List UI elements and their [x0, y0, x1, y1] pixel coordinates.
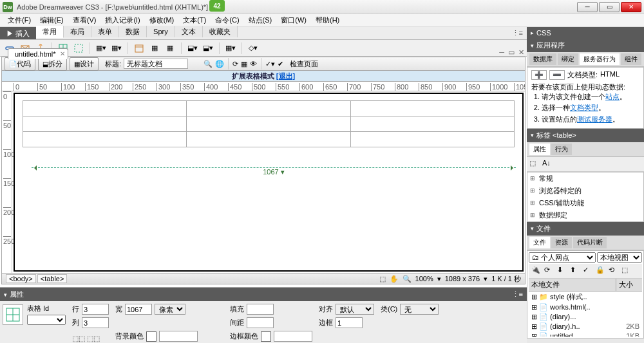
table-cell[interactable] [350, 132, 514, 147]
templates-icon[interactable]: ▦▾ [225, 42, 236, 54]
table-cell[interactable] [187, 132, 350, 147]
step-link[interactable]: 站点 [605, 93, 620, 100]
bgcolor-swatch[interactable] [146, 331, 156, 342]
design-canvas[interactable]: 050100150200250 1067 ▾ [1, 91, 526, 273]
table-width-indicator[interactable]: 1067 ▾ [32, 167, 516, 176]
user-table[interactable] [23, 100, 515, 147]
app-subtab[interactable]: 数据库 [529, 53, 556, 65]
menu-item[interactable]: 修改(M) [146, 14, 178, 26]
view-options-icon[interactable]: ▦ [241, 60, 247, 68]
menu-item[interactable]: 查看(V) [69, 14, 100, 26]
no-browser-icon[interactable]: 🔍 [204, 60, 213, 68]
file-tree[interactable]: ⊞ 📁 style (样式..⊞ 📄 works.html(..⊞ 📄 (dia… [529, 292, 642, 337]
step-link[interactable]: 测试服务器 [577, 115, 612, 123]
close-button[interactable]: ✕ [621, 2, 641, 12]
app-subtab[interactable]: 服务器行为 [580, 53, 620, 65]
media-icon[interactable]: ▦▾ [111, 42, 122, 54]
maximize-button[interactable]: ▭ [599, 2, 620, 12]
insert-tab[interactable]: Spry [147, 26, 175, 37]
div-icon[interactable] [73, 42, 84, 54]
file-col-size[interactable]: 大小 [616, 279, 642, 291]
table-id-select[interactable] [27, 315, 66, 325]
cellpad-input[interactable] [247, 304, 274, 315]
exit-expanded-link[interactable]: [退出] [276, 72, 295, 80]
hand-tool-icon[interactable]: ✋ [390, 275, 399, 283]
refresh-files-icon[interactable]: ⟳ [544, 266, 554, 276]
step-link[interactable]: 文档类型 [570, 104, 598, 111]
app-subtab[interactable]: 绑定 [558, 53, 578, 65]
menu-item[interactable]: 文本(T) [179, 14, 210, 26]
menu-item[interactable]: 帮助(H) [312, 14, 343, 26]
bordercolor-swatch[interactable] [261, 331, 271, 342]
edit-area[interactable]: 1067 ▾ [14, 93, 524, 272]
site-select[interactable]: 🗂 个人网点 [529, 252, 596, 263]
validate-icon[interactable]: ✓▾ [265, 60, 275, 68]
class-select[interactable]: 无 [400, 304, 439, 315]
document-tab[interactable]: untitled.html*✕ [8, 48, 68, 59]
checkin-icon[interactable]: 🔒 [596, 266, 606, 276]
check-page-label[interactable]: 检查页面 [290, 59, 318, 69]
close-tab-icon[interactable]: ✕ [60, 50, 65, 57]
menu-item[interactable]: 窗口(W) [277, 14, 310, 26]
bgcolor-input[interactable] [159, 331, 198, 342]
attr-group[interactable]: ⊞浏览器特定的 [527, 185, 643, 197]
get-icon[interactable]: ⬇ [557, 266, 567, 276]
expand-icon[interactable]: ⬚ [621, 266, 632, 276]
file-row[interactable]: ⊞ 📄 (diary).h..2KB [529, 322, 642, 331]
insert-tab[interactable]: 收藏夹 [203, 26, 238, 37]
app-panel-header[interactable]: 应用程序 [527, 39, 644, 52]
attr-group[interactable]: ⊞常规 [527, 172, 643, 185]
comment-icon[interactable]: ▦ [164, 42, 176, 54]
insert-tab[interactable]: 表单 [91, 26, 119, 37]
script-icon[interactable]: ⬓▾ [202, 42, 214, 54]
image-icon[interactable]: ▦▾ [95, 42, 107, 54]
tag-panel-header[interactable]: 标签 <table> [527, 129, 644, 142]
doc-options-icon[interactable]: ▭ [508, 48, 515, 57]
menu-item[interactable]: 站点(S) [245, 14, 276, 26]
design-view-button[interactable]: ▦设计 [70, 57, 99, 71]
file-row[interactable]: ⊞ 📁 style (样式.. [529, 292, 642, 302]
table-cell[interactable] [23, 101, 187, 116]
files-subtab[interactable]: 文件 [529, 237, 550, 248]
tag-selector[interactable]: <body><table> [6, 275, 68, 283]
properties-header[interactable]: 属性⋮≡ [0, 288, 527, 301]
globe-icon[interactable]: 🌐 [215, 60, 224, 68]
cellspace-input[interactable] [247, 317, 274, 328]
align-icons[interactable]: ⬚⬚ ⬚⬚ [72, 335, 100, 343]
sync-icon[interactable]: ⟲ [609, 266, 619, 276]
table-cell[interactable] [187, 101, 350, 116]
insert-tab[interactable]: 文本 [175, 26, 203, 37]
window-size[interactable]: 1089 x 376 [445, 275, 480, 283]
zoom-tool-icon[interactable]: 🔍 [402, 275, 412, 283]
bordercolor-input[interactable] [274, 331, 312, 342]
cols-input[interactable] [82, 317, 109, 328]
file-row[interactable]: ⊞ 📄 works.html(.. [529, 302, 642, 312]
visual-aids-icon[interactable]: 👁 [250, 60, 257, 68]
tag-subtab[interactable]: 属性 [529, 144, 550, 155]
width-input[interactable] [125, 304, 152, 315]
border-input[interactable] [336, 317, 363, 328]
server-include-icon[interactable]: ▦ [149, 42, 160, 54]
app-subtab[interactable]: 组件 [621, 53, 641, 65]
sort-az-icon[interactable]: A↓ [542, 159, 553, 169]
file-row[interactable]: ⊞ 📄 untitled...1KB [529, 331, 642, 337]
file-row[interactable]: ⊞ 📄 (diary)... [529, 312, 642, 322]
select-tool-icon[interactable]: ⬚ [379, 275, 386, 283]
panel-options-icon[interactable]: ⋮≡ [508, 27, 527, 39]
date-icon[interactable] [133, 42, 145, 54]
minimize-button[interactable]: ─ [577, 2, 598, 12]
zoom-level[interactable]: 100% [415, 275, 433, 283]
tag-chooser-icon[interactable]: ◇▾ [247, 42, 259, 54]
title-input[interactable] [124, 59, 188, 69]
tag-path-item[interactable]: <table> [37, 274, 68, 283]
table-cell[interactable] [23, 132, 187, 147]
css-panel-header[interactable]: CSS [527, 27, 644, 39]
connect-icon[interactable]: 🔌 [531, 266, 542, 276]
tag-subtab[interactable]: 行为 [551, 144, 572, 155]
checkout-icon[interactable]: ✓ [583, 266, 593, 276]
sort-icon[interactable]: ⬚ [529, 159, 540, 169]
width-unit[interactable]: 像素 [155, 304, 185, 315]
put-icon[interactable]: ⬆ [570, 266, 580, 276]
notification-badge[interactable]: 42 [209, 0, 225, 12]
menu-item[interactable]: 编辑(E) [36, 14, 68, 26]
